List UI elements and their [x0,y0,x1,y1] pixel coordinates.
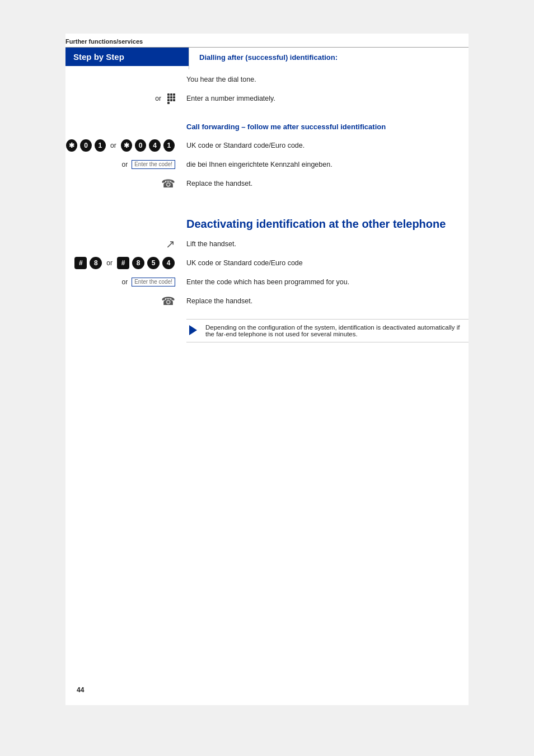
section-label: Further functions/services [65,34,469,48]
row-call-fwd-title: Call forwarding – follow me after succes… [65,120,469,135]
replace-handset-text-1: Replace the handset. [183,180,469,187]
dial-tone-text: You hear the dial tone. [183,76,469,83]
page-number: 44 [77,686,84,694]
or-label-3: or [122,161,128,168]
badge-1-2: 1 [163,139,175,152]
note-arrow-icon [189,325,197,335]
badge-hash-2: # [117,257,129,269]
row-deactivating-title: Deactivating identification at the other… [65,208,469,235]
badge-8-1: 8 [90,257,102,269]
left-column: Step by Step [65,48,189,69]
right-column: Dialling after (successful) identificati… [189,48,469,69]
row-or-input-2: or Enter the code! Enter the code which … [65,274,469,290]
badge-4-2: 4 [162,257,175,269]
row-note: Depending on the configuration of the sy… [65,314,469,342]
badge-star-2: ✱ [121,139,132,152]
code-input-1[interactable]: Enter the code! [132,160,175,169]
or-label-4: or [106,259,113,267]
badge-1-1: 1 [95,139,106,152]
lift-handset-icon: ↗ [166,237,175,251]
or-label-5: or [122,278,128,286]
kennzahl-text: die bei Ihnen eingerichtete Kennzahl ein… [183,161,469,168]
deactivating-title: Deactivating identification at the other… [186,217,469,231]
badge-star-1: ✱ [66,139,77,152]
row-codes-1: ✱ 0 1 or ✱ 0 4 1 UK code or Standard cod… [65,138,469,153]
row-lift-handset: ↗ Lift the handset. [65,236,469,252]
enter-code-text: Enter the code which has been programmed… [183,278,469,286]
row-replace-handset-1: ☎ Replace the handset. [65,176,469,191]
badge-hash-1: # [74,257,87,269]
or-label-1: or [155,95,161,102]
code-input-2[interactable]: Enter the code! [132,278,175,287]
handset-icon-2: ☎ [161,294,175,308]
badge-0-1: 0 [80,139,91,152]
badge-4-1: 4 [149,139,160,152]
uk-code-text-1: UK code or Standard code/Euro code. [183,142,469,149]
badge-8-2: 8 [132,257,144,269]
uk-code-text-2: UK code or Standard code/Euro code [183,259,469,267]
note-icon [186,324,200,335]
replace-handset-text-2: Replace the handset. [183,297,469,305]
or-label-2: or [110,142,116,149]
keypad-icon [167,93,175,104]
note-text: Depending on the configuration of the sy… [205,324,469,337]
row-enter-number: or Enter a number im [65,91,469,106]
row-codes-2: # 8 or # 8 5 4 UK code or Standard code/… [65,255,469,271]
badge-0-2: 0 [135,139,146,152]
lift-handset-text: Lift the handset. [183,240,469,248]
dialling-title: Dialling after (successful) identificati… [199,53,458,62]
note-box: Depending on the configuration of the sy… [186,319,469,342]
enter-number-text: Enter a number immediately. [183,95,469,102]
badge-5-1: 5 [147,257,160,269]
row-replace-handset-2: ☎ Replace the handset. [65,293,469,309]
row-dial-tone: You hear the dial tone. [65,72,469,87]
handset-icon-1: ☎ [161,177,175,190]
step-by-step-header: Step by Step [65,48,189,66]
page: Further functions/services Step by Step … [65,34,469,705]
call-forwarding-title: Call forwarding – follow me after succes… [186,123,469,131]
row-or-input-1: or Enter the code! die bei Ihnen eingeri… [65,157,469,172]
